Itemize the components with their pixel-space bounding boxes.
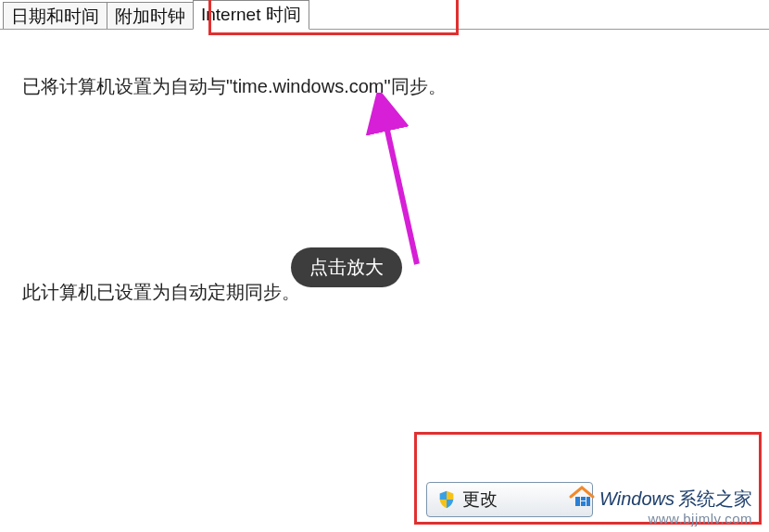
svg-line-0 xyxy=(383,109,417,264)
tab-label: 附加时钟 xyxy=(115,6,185,26)
svg-rect-3 xyxy=(581,501,586,506)
tab-bar: 日期和时间 附加时钟 Internet 时间 xyxy=(3,0,309,30)
change-button-label: 更改 xyxy=(462,488,498,512)
tab-internet-time[interactable]: Internet 时间 xyxy=(193,0,309,30)
sync-status-text: 已将计算机设置为自动与"time.windows.com"同步。 xyxy=(22,74,447,99)
watermark-url: www.bjjmlv.com xyxy=(568,511,752,526)
sync-schedule-text: 此计算机已设置为自动定期同步。 xyxy=(22,280,300,305)
house-icon xyxy=(568,485,596,513)
watermark: Windows 系统之家 www.bjjmlv.com xyxy=(568,485,752,526)
zoom-tooltip: 点击放大 xyxy=(291,247,402,287)
tab-additional-clocks[interactable]: 附加时钟 xyxy=(107,2,194,30)
watermark-brand-en: Windows xyxy=(599,488,674,510)
watermark-brand-cn: 系统之家 xyxy=(678,487,752,512)
svg-rect-4 xyxy=(586,497,590,506)
tab-label: Internet 时间 xyxy=(201,5,301,24)
annotation-arrow-icon xyxy=(329,93,440,273)
shield-icon xyxy=(436,489,457,510)
tooltip-text: 点击放大 xyxy=(309,257,384,277)
tab-date-time[interactable]: 日期和时间 xyxy=(3,2,107,30)
svg-rect-1 xyxy=(575,497,580,506)
tab-label: 日期和时间 xyxy=(11,6,99,26)
svg-rect-2 xyxy=(581,497,586,500)
